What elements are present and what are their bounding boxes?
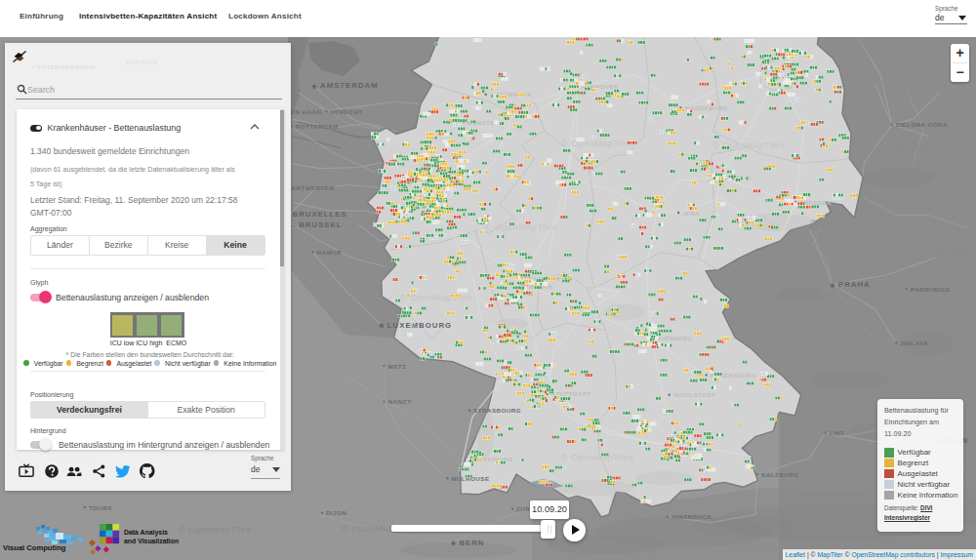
svg-text:© OpenMapTiles: © OpenMapTiles (561, 139, 633, 148)
svg-text:★: ★ (450, 540, 457, 546)
svg-text:★: ★ (379, 322, 386, 329)
svg-text:© OpenMapTiles: © OpenMapTiles (179, 525, 251, 535)
svg-text:BERN: BERN (459, 539, 484, 547)
svg-text:ZIELONA GÓRA: ZIELONA GÓRA (896, 121, 948, 128)
svg-text:★: ★ (311, 83, 318, 90)
svg-text:ANTWERPEN: ANTWERPEN (291, 184, 334, 191)
svg-text:© OpenMapTiles: © OpenMapTiles (485, 222, 557, 232)
svg-text:AMSTERDAM: AMSTERDAM (320, 81, 379, 90)
svg-text:© OpenMapTiles: © OpenMapTiles (810, 219, 882, 228)
svg-text:© OpenMapTiles: © OpenMapTiles (400, 293, 472, 302)
svg-text:PARDUBICE: PARDUBICE (911, 286, 951, 293)
svg-text:Data Analysis: Data Analysis (124, 529, 168, 537)
svg-text:LINZ: LINZ (830, 429, 845, 436)
svg-text:NÜRNBERG: NÜRNBERG (655, 336, 693, 341)
svg-text:STRASBOURG: STRASBOURG (473, 407, 521, 414)
svg-text:and Visualization: and Visualization (124, 538, 179, 544)
svg-text:INGOLSTADT: INGOLSTADT (673, 392, 716, 398)
svg-text:© OpenMapTiles: © OpenMapTiles (664, 537, 736, 546)
svg-text:DEN HAAG: DEN HAAG (286, 108, 322, 115)
svg-text:NAMUR: NAMUR (317, 249, 343, 256)
svg-text:METZ: METZ (388, 363, 407, 370)
svg-text:NANCY: NANCY (388, 398, 413, 405)
svg-text:Visual Computing: Visual Computing (3, 543, 66, 552)
svg-text:SALZBURG: SALZBURG (761, 471, 798, 478)
svg-text:★: ★ (830, 282, 836, 289)
svg-text:JENA: JENA (682, 211, 700, 217)
svg-text:© OpenMapTiles: © OpenMapTiles (561, 453, 633, 462)
svg-text:UTRECHT: UTRECHT (330, 108, 362, 115)
svg-text:PRAHA: PRAHA (838, 280, 871, 289)
svg-text:LUXEMBOURG: LUXEMBOURG (387, 321, 452, 330)
svg-text:© OpenMapTiles: © OpenMapTiles (917, 244, 976, 254)
svg-text:- BRUSSEL: - BRUSSEL (293, 220, 343, 229)
svg-text:ROTTERDAM: ROTTERDAM (296, 123, 339, 130)
svg-text:JIHLAVA: JIHLAVA (900, 340, 928, 346)
svg-text:INNSBRUCK: INNSBRUCK (671, 513, 712, 520)
svg-text:© OpenMapTiles: © OpenMapTiles (863, 145, 935, 155)
svg-text:DIJON: DIJON (326, 509, 346, 516)
svg-text:BRUXELLES: BRUXELLES (293, 210, 347, 219)
svg-text:TOURS: TOURS (89, 504, 112, 511)
